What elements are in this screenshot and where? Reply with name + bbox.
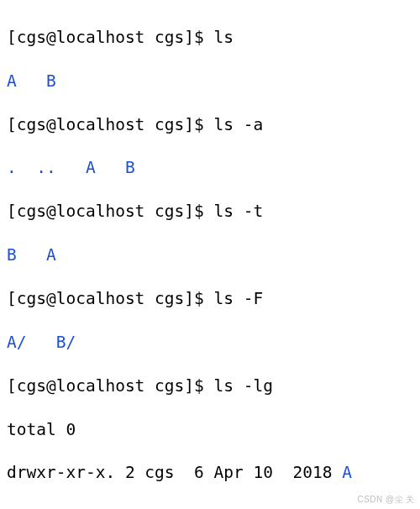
- dir-entry: A: [342, 463, 352, 482]
- dir-entry: A: [46, 245, 56, 265]
- prompt: [cgs@localhost cgs]$: [7, 289, 214, 308]
- dir-entry: B: [125, 158, 135, 177]
- dir-entry: A: [86, 158, 96, 177]
- dir-entry: B: [7, 245, 17, 265]
- dir-entry: .: [7, 158, 17, 177]
- long-listing: drwxr-xr-x. 2 cgs 6 Apr 10 2018: [7, 463, 342, 482]
- dir-entry: A: [7, 71, 17, 91]
- output-line: A/ B/: [7, 332, 413, 354]
- prompt-line: [cgs@localhost cgs]$ ls -lg: [7, 375, 413, 397]
- dir-entry: ..: [36, 158, 55, 177]
- command: ls -a: [214, 115, 264, 134]
- prompt: [cgs@localhost cgs]$: [7, 376, 214, 396]
- dir-entry: A/: [7, 333, 26, 352]
- prompt-line: [cgs@localhost cgs]$ ls -F: [7, 288, 413, 310]
- command: ls -F: [214, 289, 264, 308]
- command: ls -t: [214, 202, 264, 221]
- output-line: . .. A B: [7, 157, 413, 179]
- dir-entry: B: [46, 71, 56, 91]
- dir-entry: B/: [56, 333, 76, 352]
- watermark: CSDN @尘 关: [357, 494, 415, 506]
- command: ls: [214, 28, 234, 47]
- output-line: B A: [7, 244, 413, 266]
- output-line: total 0: [7, 419, 413, 441]
- prompt-line: [cgs@localhost cgs]$ ls -t: [7, 201, 413, 223]
- output-line: drwxr-xr-x. 3 cgs 17 Oct 21 23:47 B: [7, 506, 413, 509]
- output-line: drwxr-xr-x. 2 cgs 6 Apr 10 2018 A: [7, 462, 413, 484]
- terminal[interactable]: [cgs@localhost cgs]$ ls A B [cgs@localho…: [0, 0, 420, 509]
- prompt: [cgs@localhost cgs]$: [7, 202, 214, 221]
- prompt: [cgs@localhost cgs]$: [7, 28, 214, 47]
- prompt: [cgs@localhost cgs]$: [7, 115, 214, 134]
- prompt-line: [cgs@localhost cgs]$ ls -a: [7, 114, 413, 136]
- output-line: A B: [7, 71, 413, 92]
- prompt-line: [cgs@localhost cgs]$ ls: [7, 27, 413, 49]
- command: ls -lg: [214, 376, 273, 396]
